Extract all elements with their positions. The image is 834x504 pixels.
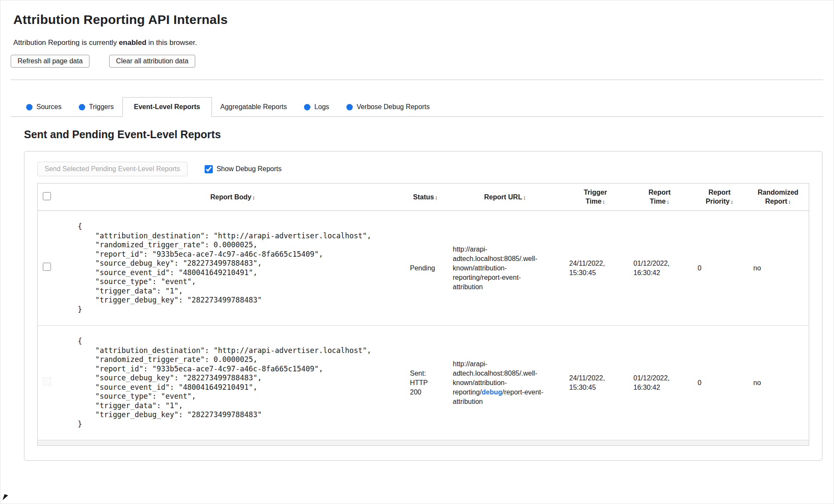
status-text-prefix: Attribution Reporting is currently [13,39,119,47]
trigger-time-cell: 24/11/2022, 15:30:45 [563,211,628,326]
show-debug-reports-toggle[interactable]: Show Debug Reports [205,165,282,173]
tab-label: Sources [36,103,62,111]
report-body-cell: { "attribution_destination": "http://ara… [62,211,404,326]
sort-icon: ↕ [435,194,438,201]
status-cell: Sent: HTTP 200 [404,326,447,440]
select-all-header-cell [38,184,62,211]
status-cell: Pending [404,211,447,326]
tab-event-level-reports[interactable]: Event-Level Reports [122,97,212,117]
table-row: { "attribution_destination": "http://ara… [38,211,809,326]
refresh-all-button[interactable]: Refresh all page data [11,55,89,68]
show-debug-reports-label: Show Debug Reports [217,165,282,173]
tab-aggregatable-reports[interactable]: Aggregatable Reports [212,98,296,116]
clear-all-button[interactable]: Clear all attribution data [109,55,195,68]
sort-icon: ↕ [602,199,605,205]
page-title: Attribution Reporting API Internals [13,12,823,27]
tab-verbose-debug-reports[interactable]: Verbose Debug Reports [338,98,438,116]
tab-label: Verbose Debug Reports [357,103,430,111]
mouse-cursor-icon [3,494,8,501]
tab-dot-icon [304,104,310,110]
report-url-cell: http://arapi-adtech.localhost:8085/.well… [447,211,563,326]
sort-icon: ↕ [730,199,733,205]
row-select-checkbox[interactable] [43,263,51,271]
event-level-reports-panel: Send Selected Pending Event-Level Report… [24,151,822,461]
tab-label: Aggregatable Reports [220,103,287,111]
table-row: { "attribution_destination": "http://ara… [38,326,809,440]
report-body-json: { "attribution_destination": "http://ara… [78,222,396,314]
column-header-trigger-time[interactable]: Trigger Time↕ [563,184,628,211]
column-header-report-body[interactable]: Report Body↕ [62,184,404,211]
sort-icon: ↕ [667,199,670,205]
column-header-randomized-report[interactable]: Randomized Report↕ [748,184,809,211]
divider [11,80,823,80]
column-header-report-url[interactable]: Report URL↕ [447,184,563,211]
report-time-cell: 01/12/2022, 16:30:42 [628,211,692,326]
report-url-cell: http://arapi-adtech.localhost:8085/.well… [447,326,563,440]
report-url-text: http://arapi-adtech.localhost:8085/.well… [453,246,537,291]
tab-dot-icon [79,104,85,110]
status-text-suffix: in this browser. [146,39,197,47]
tab-dot-icon [346,104,353,110]
row-select-cell [38,211,62,326]
show-debug-reports-checkbox[interactable] [205,165,213,173]
table-header-row: Report Body↕ Status↕ Report URL↕ Trigger… [38,184,809,211]
report-time-cell: 01/12/2022, 16:30:42 [628,326,692,440]
send-selected-pending-button[interactable]: Send Selected Pending Event-Level Report… [37,162,188,176]
column-header-status[interactable]: Status↕ [404,184,447,211]
event-level-reports-table: Report Body↕ Status↕ Report URL↕ Trigger… [37,183,809,446]
select-all-checkbox[interactable] [43,192,51,200]
tab-dot-icon [26,104,33,110]
row-select-cell [38,326,62,440]
row-select-checkbox[interactable] [43,377,51,385]
report-priority-cell: 0 [692,326,748,440]
sort-icon: ↕ [523,194,526,201]
panel-toolbar: Send Selected Pending Event-Level Report… [37,162,809,176]
tab-triggers[interactable]: Triggers [70,98,122,116]
randomized-report-cell: no [748,326,809,440]
attribution-internals-page: Attribution Reporting API Internals Attr… [0,0,834,504]
report-body-json: { "attribution_destination": "http://ara… [78,337,396,429]
debug-url-segment: debug [482,388,502,396]
status-line: Attribution Reporting is currently enabl… [13,39,823,47]
section-title: Sent and Pending Event-Level Reports [24,128,823,141]
column-header-report-priority[interactable]: Report Priority↕ [692,184,748,211]
page-toolbar: Refresh all page data Clear all attribut… [11,55,823,68]
status-enabled-text: enabled [119,39,146,47]
tab-logs[interactable]: Logs [295,98,338,116]
tab-label: Logs [314,103,329,111]
tab-label: Event-Level Reports [134,103,200,111]
sort-icon: ↕ [252,194,255,201]
report-body-cell: { "attribution_destination": "http://ara… [62,326,404,440]
column-header-report-time[interactable]: Report Time↕ [628,184,692,211]
tab-bar: Sources Triggers Event-Level Reports Agg… [11,97,823,117]
tab-label: Triggers [89,103,114,111]
table-footer-strip [38,440,809,446]
tab-sources[interactable]: Sources [18,98,70,116]
report-priority-cell: 0 [692,211,748,326]
randomized-report-cell: no [748,211,809,326]
sort-icon: ↕ [788,199,791,205]
trigger-time-cell: 24/11/2022, 15:30:45 [563,326,628,440]
